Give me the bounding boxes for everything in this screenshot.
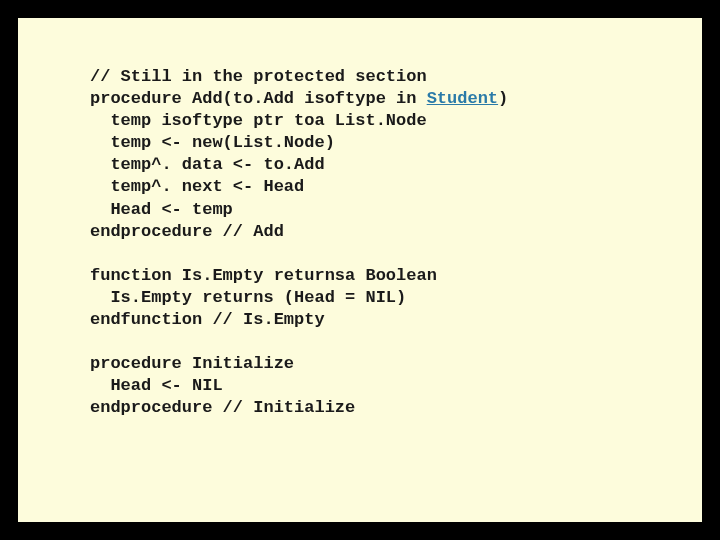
code-line: function Is.Empty returnsa Boolean xyxy=(90,266,437,285)
code-line: temp^. data <- to.Add xyxy=(90,155,325,174)
code-line: temp <- new(List.Node) xyxy=(90,133,335,152)
code-line: temp^. next <- Head xyxy=(90,177,304,196)
code-line: Head <- temp xyxy=(90,200,233,219)
code-text: ) xyxy=(498,89,508,108)
code-line: procedure Add(to.Add isoftype in Student… xyxy=(90,89,508,108)
code-line: temp isoftype ptr toa List.Node xyxy=(90,111,427,130)
code-line: endprocedure // Add xyxy=(90,222,284,241)
code-line: Is.Empty returns (Head = NIL) xyxy=(90,288,406,307)
code-line: procedure Initialize xyxy=(90,354,294,373)
code-line: endprocedure // Initialize xyxy=(90,398,355,417)
code-line: endfunction // Is.Empty xyxy=(90,310,325,329)
code-line: // Still in the protected section xyxy=(90,67,427,86)
slide-frame: // Still in the protected section proced… xyxy=(10,10,710,530)
code-text: procedure Add(to.Add isoftype in xyxy=(90,89,427,108)
code-line: Head <- NIL xyxy=(90,376,223,395)
code-listing: // Still in the protected section proced… xyxy=(90,66,642,420)
type-link-student[interactable]: Student xyxy=(427,89,498,108)
code-panel: // Still in the protected section proced… xyxy=(16,16,704,524)
